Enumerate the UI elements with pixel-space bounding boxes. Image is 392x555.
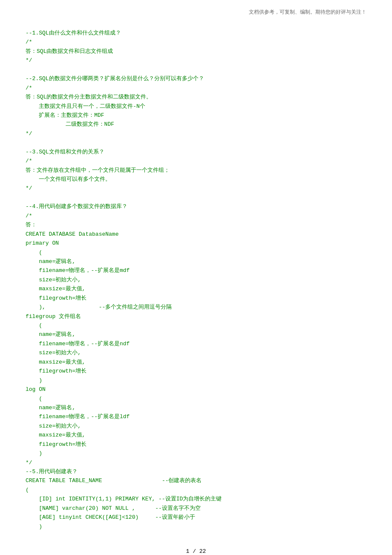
q4-code-9: ), --多个文件组之间用逗号分隔 <box>26 304 172 310</box>
q5-code-5: [AGE] tinyint CHECK([AGE]<120) <box>26 514 138 520</box>
q1-answer: 答：SQL由数据文件和日志文件组成 <box>26 48 113 55</box>
q3-answer-2: 一个文件组可以有多个文件。 <box>26 176 111 182</box>
q4-code-14: size=初始大小, <box>26 350 81 356</box>
q5-line5-wrap: [AGE] tinyint CHECK([AGE]<120) --设置年龄小于 <box>26 514 195 520</box>
q2-answer-2: 主数据文件且只有一个，二级数据文件-N个 <box>26 103 145 110</box>
watermark: 文档供参考，可复制、编制。期待您的好评与关注！ <box>26 9 366 16</box>
q1-block: --1.SQL由什么文件和什么文件组成？ /* 答：SQL由数据文件和日志文件组… <box>26 29 366 65</box>
q3-answer-1: 答：文件存放在文件组中，一个文件只能属于一个文件组； <box>26 167 170 173</box>
q4-code-16: filegrowth=增长 <box>26 368 86 374</box>
q4-code-22: size=初始大小, <box>26 423 81 429</box>
q4-code-25: ) <box>26 450 42 457</box>
q3-block: --3.SQL文件组和文件的关系？ /* 答：文件存放在文件组中，一个文件只能属… <box>26 138 366 193</box>
q2-close: */ <box>26 130 32 137</box>
q5-line3-wrap: [ID] int IDENTITY(1,1) PRIMARY KEY, --设置… <box>26 496 222 502</box>
q1-close: */ <box>26 57 32 64</box>
q3-open: /* <box>26 158 32 164</box>
q4-code-19: ( <box>26 396 42 402</box>
q4-block: --4.用代码创建多个数据文件的数据库？ /* 答： CREATE DATABA… <box>26 193 366 467</box>
q5-code-1: CREATE TABLE TABLE_NAME <box>26 477 102 484</box>
q5-code-1-comment: --创建表的表名 <box>162 477 202 484</box>
q4-code-18: log ON <box>26 386 46 393</box>
q5-line4-wrap: [NAME] varchar(20) NOT NULL , --设置名字不为空 <box>26 505 201 512</box>
q4-code-21: filename=物理名，--扩展名是ldf <box>26 413 130 420</box>
q2-answer-3: 扩展名：主数据文件：MDF <box>26 112 104 119</box>
q4-code-7: maxsize=最大值, <box>26 286 85 292</box>
content-area: --1.SQL由什么文件和什么文件组成？ /* 答：SQL由数据文件和日志文件组… <box>26 29 366 531</box>
q5-code-6: ) <box>26 523 42 530</box>
page-container: 文档供参考，可复制、编制。期待您的好评与关注！ --1.SQL由什么文件和什么文… <box>0 0 392 555</box>
q4-code-15: maxsize=最大值, <box>26 359 85 365</box>
q4-code-12: name=逻辑名, <box>26 331 75 338</box>
q4-open: /* <box>26 213 32 219</box>
q2-answer-1: 答：SQL的数据文件分主数据文件和二级数据文件。 <box>26 94 152 100</box>
q4-code-4: name=逻辑名, <box>26 258 75 265</box>
q2-answer-4: 二级数据文件：NDF <box>26 121 114 127</box>
q5-line1-wrap: CREATE TABLE TABLE_NAME --创建表的表名 <box>26 477 202 484</box>
q4-code-8: filegrowth=增长 <box>26 295 86 301</box>
q5-code-2: ( <box>26 487 29 493</box>
q2-open: /* <box>26 85 32 91</box>
q2-comment: --2.SQL的数据文件分哪两类？扩展名分别是什么？分别可以有多少个？ <box>26 75 204 82</box>
q5-block: --5.用代码创建表？ CREATE TABLE TABLE_NAME --创建… <box>26 467 366 531</box>
q4-answer-label: 答： <box>26 222 37 228</box>
q4-code-13: filename=物理名，--扩展名是ndf <box>26 341 130 347</box>
page-footer: 1 / 22 <box>26 548 366 555</box>
q4-code-23: maxsize=最大值, <box>26 432 85 438</box>
q4-code-17: ) <box>26 377 42 384</box>
q5-code-4: [NAME] varchar(20) NOT NULL , <box>26 505 135 512</box>
q5-code-4-comment: --设置名字不为空 <box>155 505 201 512</box>
q4-code-5: filename=物理名，--扩展名是mdf <box>26 267 130 274</box>
q1-comment: --1.SQL由什么文件和什么文件组成？ <box>26 30 121 36</box>
q4-code-1: CREATE DATABASE DatabaseName <box>26 231 118 237</box>
q4-code-11: ( <box>26 322 42 329</box>
q5-code-5-comment: --设置年龄小于 <box>155 514 195 520</box>
q2-block: --2.SQL的数据文件分哪两类？扩展名分别是什么？分别可以有多少个？ /* 答… <box>26 65 366 139</box>
q4-close: */ <box>26 460 32 466</box>
q4-comment: --4.用代码创建多个数据文件的数据库？ <box>26 203 127 210</box>
q4-code-2: primary ON <box>26 240 59 246</box>
q5-code-3: [ID] int IDENTITY(1,1) PRIMARY KEY, <box>26 496 155 502</box>
q1-open: /* <box>26 39 32 45</box>
q4-code-6: size=初始大小, <box>26 277 81 283</box>
q3-comment: --3.SQL文件组和文件的关系？ <box>26 149 104 155</box>
q4-code-20: name=逻辑名, <box>26 405 75 411</box>
q5-comment: --5.用代码创建表？ <box>26 468 78 475</box>
q4-code-3: ( <box>26 249 42 256</box>
q4-code-10: filegroup 文件组名 <box>26 313 81 320</box>
q3-close: */ <box>26 185 32 191</box>
q5-code-3-comment: --设置ID为自增长的主键 <box>159 496 222 502</box>
q4-code-24: filegrowth=增长 <box>26 441 86 448</box>
